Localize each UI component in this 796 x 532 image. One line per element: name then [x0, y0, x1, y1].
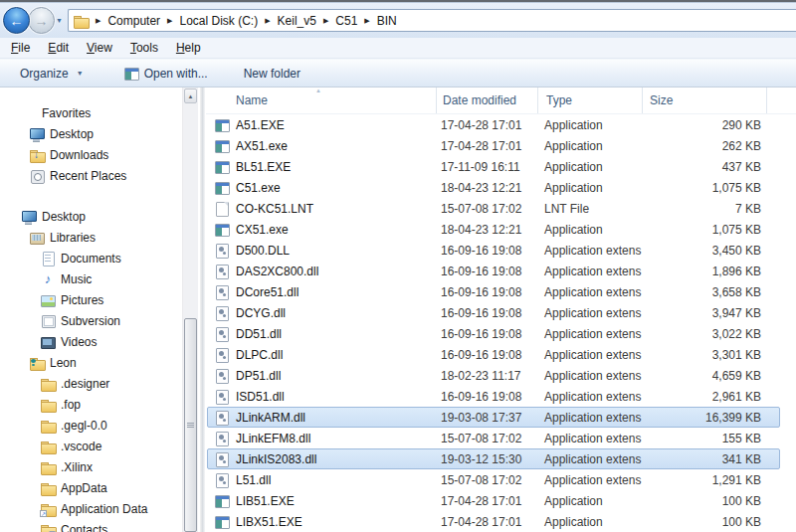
file-date-modified: 17-04-28 17:01 — [436, 118, 537, 132]
menu-edit[interactable]: Edit — [39, 39, 78, 57]
scrollbar-thumb[interactable] — [184, 318, 197, 532]
dll-icon — [214, 326, 230, 342]
menu-help[interactable]: Help — [167, 39, 210, 57]
table-row[interactable]: DCore51.dll 16-09-16 19:08 Application e… — [207, 281, 780, 302]
table-row[interactable]: L51.dll 15-07-08 17:02 Application exten… — [207, 469, 780, 490]
column-header-date-modified[interactable]: Date modified — [436, 88, 537, 113]
file-name: JLinkARM.dll — [236, 411, 305, 425]
file-type: Application — [537, 494, 642, 508]
sidebar-item[interactable]: Recent Places — [0, 165, 182, 186]
dll-icon — [214, 472, 230, 488]
breadcrumb-item[interactable]: Keil_v5 — [278, 14, 316, 28]
menu-tools[interactable]: Tools — [121, 39, 167, 57]
file-size: 3,450 KB — [642, 244, 771, 258]
sidebar-item[interactable]: Desktop — [0, 206, 182, 227]
file-type: Application extens... — [537, 265, 642, 278]
table-row[interactable]: CO-KC51.LNT 15-07-08 17:02 LNT File 7 KB — [207, 198, 780, 219]
sidebar-item[interactable]: .gegl-0.0 — [0, 415, 182, 436]
table-row[interactable]: DAS2XC800.dll 16-09-16 19:08 Application… — [207, 261, 780, 281]
open-with-button[interactable]: Open with... — [117, 63, 214, 85]
sidebar-item[interactable]: .Xilinx — [0, 456, 182, 477]
file-date-modified: 17-04-28 17:01 — [436, 139, 537, 153]
application-icon — [214, 138, 230, 154]
menu-view[interactable]: View — [78, 39, 121, 57]
file-size: 7 KB — [642, 202, 771, 216]
file-size: 155 KB — [642, 432, 771, 445]
sidebar-item[interactable]: Contacts — [0, 519, 182, 532]
sidebar-item[interactable]: AppData — [0, 477, 182, 498]
column-header-size[interactable]: Size — [642, 88, 766, 113]
dll-icon — [214, 347, 230, 363]
favorites-star-icon — [21, 105, 37, 121]
table-row[interactable]: LIB51.EXE 17-04-28 17:01 Application 100… — [207, 490, 780, 511]
file-type: Application — [537, 160, 642, 174]
breadcrumb: ▶ Computer ▶ Local Disk (C:) ▶ Keil_v5 ▶… — [89, 14, 397, 28]
sidebar-item[interactable]: Leon — [0, 352, 182, 373]
sidebar-item-label: Favorites — [42, 106, 91, 120]
documents-icon — [40, 251, 56, 266]
table-row[interactable]: DLPC.dll 16-09-16 19:08 Application exte… — [207, 344, 780, 365]
folder-icon — [40, 439, 56, 454]
table-row[interactable]: D500.DLL 16-09-16 19:08 Application exte… — [207, 240, 780, 261]
file-name: A51.EXE — [236, 118, 285, 132]
sidebar-item[interactable]: ♪ Music — [0, 268, 182, 289]
table-row[interactable]: AX51.exe 17-04-28 17:01 Application 262 … — [207, 135, 780, 156]
recent-places-icon — [29, 168, 45, 184]
file-list: ▲ Name Date modified Type Size A51.EXE 1… — [206, 88, 796, 532]
file-size: 290 KB — [642, 118, 771, 132]
file-date-modified: 15-07-08 17:02 — [436, 202, 537, 216]
table-row[interactable]: C51.exe 18-04-23 12:21 Application 1,075… — [207, 177, 780, 198]
forward-button[interactable]: → — [28, 7, 55, 34]
table-row[interactable]: ISD51.dll 16-09-16 19:08 Application ext… — [207, 386, 780, 407]
table-row[interactable]: DP51.dll 18-02-23 11:17 Application exte… — [207, 365, 780, 386]
breadcrumb-item[interactable]: Computer — [107, 14, 160, 28]
breadcrumb-item[interactable]: Local Disk (C:) — [179, 14, 258, 28]
table-row[interactable]: A51.EXE 17-04-28 17:01 Application 290 K… — [207, 114, 780, 135]
crumb-separator-icon: ▶ — [357, 17, 376, 25]
sidebar-item[interactable]: ↗ Application Data — [0, 498, 182, 519]
sidebar-item[interactable]: Desktop — [0, 123, 182, 144]
sidebar-item[interactable]: Videos — [0, 331, 182, 352]
contacts-folder-icon — [40, 522, 56, 532]
sidebar-item[interactable]: Libraries — [0, 227, 182, 248]
file-date-modified: 16-09-16 19:08 — [436, 265, 537, 278]
table-row[interactable]: JLinkIS2083.dll 19-03-12 15:30 Applicati… — [207, 448, 780, 469]
file-size: 4,659 KB — [642, 369, 771, 383]
sidebar-item[interactable]: .fop — [0, 394, 182, 415]
desktop-icon — [29, 126, 45, 142]
table-row[interactable]: LIBX51.EXE 17-04-28 17:01 Application 10… — [207, 511, 780, 532]
file-type: Application — [537, 118, 642, 132]
address-bar[interactable]: ▶ Computer ▶ Local Disk (C:) ▶ Keil_v5 ▶… — [68, 9, 796, 32]
file-name: DAS2XC800.dll — [236, 265, 318, 278]
dll-icon — [214, 305, 230, 321]
file-date-modified: 16-09-16 19:08 — [436, 306, 537, 320]
table-row[interactable]: DD51.dll 16-09-16 19:08 Application exte… — [207, 323, 780, 344]
organize-button[interactable]: Organize ▼ — [14, 64, 90, 84]
breadcrumb-item[interactable]: BIN — [377, 14, 397, 28]
menu-file[interactable]: File — [2, 39, 39, 57]
table-row[interactable]: JLinkARM.dll 19-03-08 17:37 Application … — [207, 407, 780, 428]
table-row[interactable]: CX51.exe 18-04-23 12:21 Application 1,07… — [207, 219, 780, 240]
sidebar-item[interactable]: Subversion — [0, 310, 182, 331]
breadcrumb-item[interactable]: C51 — [335, 14, 357, 28]
table-row[interactable]: JLinkEFM8.dll 15-07-08 17:02 Application… — [207, 428, 780, 448]
dll-icon — [214, 264, 230, 279]
sidebar-item[interactable]: ↓ Downloads — [0, 144, 182, 165]
sidebar-item[interactable]: .designer — [0, 373, 182, 394]
scroll-up-icon[interactable]: ▲ — [184, 89, 197, 103]
table-row[interactable]: BL51.EXE 17-11-09 16:11 Application 437 … — [207, 156, 780, 177]
sidebar-item[interactable]: Documents — [0, 248, 182, 268]
sidebar-item[interactable]: Favorites — [0, 102, 182, 123]
address-history-dropdown-icon[interactable]: ▼ — [56, 17, 63, 24]
application-icon — [123, 66, 139, 82]
pane-divider[interactable] — [200, 88, 205, 532]
back-button[interactable]: ← — [3, 7, 30, 34]
file-size: 16,399 KB — [642, 411, 771, 425]
sidebar-item[interactable]: Pictures — [0, 289, 182, 310]
file-rows: A51.EXE 17-04-28 17:01 Application 290 K… — [206, 114, 796, 532]
new-folder-button[interactable]: New folder — [238, 64, 306, 84]
sidebar-scrollbar[interactable]: ▲ — [182, 88, 198, 532]
sidebar-item[interactable]: .vscode — [0, 436, 182, 456]
column-header-type[interactable]: Type — [537, 88, 642, 113]
table-row[interactable]: DCYG.dll 16-09-16 19:08 Application exte… — [207, 302, 780, 323]
